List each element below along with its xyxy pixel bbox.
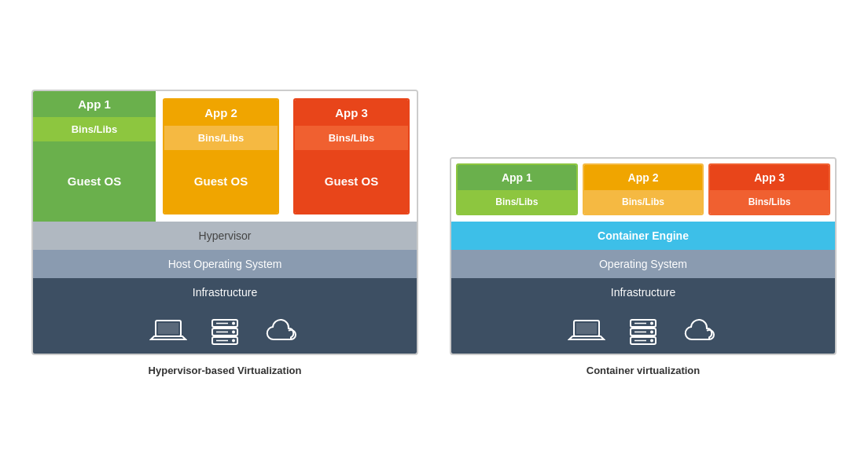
vm3-bordered: App 3 Bins/Libs Guest OS [293,98,410,214]
right-diagram-box: App 1 Bins/Libs App 2 Bins/Libs App 3 Bi… [450,157,837,355]
right-app3-label: App 3 [710,165,829,190]
right-bins1-label: Bins/Libs [458,190,576,214]
left-diagram-label: Hypervisor-based Virtualization [149,365,302,376]
right-bins3-label: Bins/Libs [710,190,829,214]
hypervisor-bar: Hypervisor [33,222,417,250]
right-infra-bar: Infrastructure [451,278,835,306]
guest1-label: Guest OS [33,141,156,222]
left-diagram-box: App 1 Bins/Libs Guest OS App 2 Bins/Libs… [31,90,418,355]
container-col-3: App 3 Bins/Libs [708,163,830,215]
svg-rect-1 [158,323,178,334]
left-diagram: App 1 Bins/Libs Guest OS App 2 Bins/Libs… [31,90,418,376]
main-container: App 1 Bins/Libs Guest OS App 2 Bins/Libs… [0,74,868,400]
right-icons-row [451,306,835,354]
guest2-label: Guest OS [164,150,278,213]
svg-point-6 [232,321,235,324]
cloud-icon-right [681,317,719,346]
bins3-label: Bins/Libs [295,126,408,150]
svg-rect-13 [576,323,597,334]
app2-label: App 2 [164,100,278,126]
laptop-icon-right [568,317,605,346]
left-infra-bar: Infrastructure [33,278,417,306]
svg-point-19 [650,330,653,333]
vm-col-1: App 1 Bins/Libs Guest OS [33,91,156,222]
container-engine-bar: Container Engine [451,222,835,250]
right-diagram-label: Container virtualization [587,365,700,376]
cloud-icon-left [263,317,300,346]
vm2-bordered: App 2 Bins/Libs Guest OS [163,98,279,214]
container-col-2: App 2 Bins/Libs [583,163,704,215]
svg-point-7 [232,330,235,333]
right-diagram: App 1 Bins/Libs App 2 Bins/Libs App 3 Bi… [450,157,837,376]
right-apps-area: App 1 Bins/Libs App 2 Bins/Libs App 3 Bi… [451,159,835,215]
vm-col-2: App 2 Bins/Libs Guest OS [156,91,286,222]
right-app1-label: App 1 [458,165,576,190]
svg-point-18 [650,321,653,324]
right-app2-label: App 2 [584,165,703,190]
right-os-bar: Operating System [451,250,835,278]
app1-label: App 1 [33,91,156,117]
host-os-bar: Host Operating System [33,250,417,278]
svg-point-20 [650,339,653,342]
bins1-label: Bins/Libs [33,117,156,141]
left-icons-row [33,306,417,354]
right-spacer [451,215,835,222]
laptop-icon-left [149,317,187,346]
guest3-label: Guest OS [295,150,408,213]
server-icon-left [206,317,244,346]
svg-point-8 [232,339,235,342]
server-icon-right [624,317,662,346]
right-bins2-label: Bins/Libs [584,190,703,214]
app3-label: App 3 [295,100,408,126]
container-col-1: App 1 Bins/Libs [456,163,578,215]
vm-col-3: App 3 Bins/Libs Guest OS [286,91,417,222]
bins2-label: Bins/Libs [164,126,278,150]
